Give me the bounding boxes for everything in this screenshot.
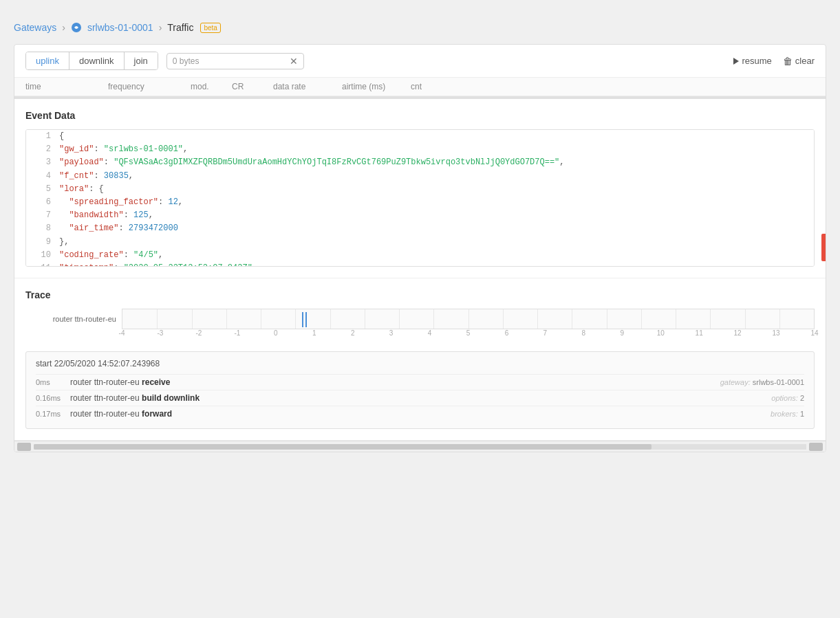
axis-tick: 5 — [466, 329, 471, 337]
toolbar: uplink downlink join 0 bytes ✕ resume 🗑 … — [14, 45, 826, 78]
trace-row: router ttn-router-eu — [25, 309, 815, 329]
tab-uplink[interactable]: uplink — [26, 52, 69, 69]
axis-tick: 3 — [389, 329, 394, 337]
trace-chart: router ttn-router-eu — [25, 309, 815, 343]
tab-join[interactable]: join — [125, 52, 158, 69]
trace-event-0: 0ms router ttn-router-eu receive gateway… — [36, 374, 804, 390]
grid-line — [261, 309, 261, 329]
trace-time-2: 0.17ms — [36, 410, 70, 418]
scroll-thumb-right[interactable] — [809, 443, 823, 451]
gateway-icon — [71, 22, 82, 33]
content-scroll[interactable]: Event Data 1 { 2 "gw_id": "srlwbs-01-000… — [14, 96, 826, 441]
trace-desc-1: router ttn-router-eu build downlink — [70, 393, 667, 403]
col-time: time — [25, 82, 108, 91]
code-line: 3 "payload": "QFsVASaAc3gDIMXZFQRBDm5Umd… — [26, 156, 814, 169]
col-frequency: frequency — [108, 82, 191, 91]
scroll-thumb-left[interactable] — [17, 443, 31, 451]
axis-tick: -4 — [119, 329, 125, 337]
axis-tick: -3 — [157, 329, 163, 337]
grid-line — [330, 309, 331, 329]
trace-time-0: 0ms — [36, 378, 70, 386]
axis-tick: -2 — [195, 329, 202, 337]
filter-close-icon[interactable]: ✕ — [290, 56, 298, 66]
trace-meta-0: gateway: srlwbs-01-0001 — [667, 378, 804, 386]
trace-bar-area — [122, 309, 815, 329]
trace-meta-1: options: 2 — [667, 394, 804, 402]
grid-line — [572, 309, 572, 329]
clear-label: clear — [795, 56, 815, 66]
grid-line — [537, 309, 538, 329]
trace-marker-1 — [302, 312, 303, 327]
trace-desc-2: router ttn-router-eu forward — [70, 409, 667, 419]
col-data-rate: data rate — [273, 82, 342, 91]
event-data-title: Event Data — [25, 110, 815, 121]
grid-line — [433, 309, 434, 329]
grid-line — [365, 309, 365, 329]
axis-tick: 14 — [810, 329, 818, 337]
bottom-scrollbar[interactable] — [14, 441, 826, 452]
axis-tick: 0 — [274, 329, 278, 337]
code-line: 7 "bandwidth": 125, — [26, 209, 814, 222]
code-block[interactable]: 1 { 2 "gw_id": "srlwbs-01-0001", 3 "payl… — [25, 129, 815, 267]
grid-line — [469, 309, 469, 329]
filter-box[interactable]: 0 bytes ✕ — [166, 53, 304, 69]
scroll-track[interactable] — [34, 444, 806, 450]
code-line: 9 }, — [26, 236, 814, 249]
resume-icon — [733, 58, 739, 65]
axis-tick: 6 — [505, 329, 509, 337]
code-line: 8 "air_time": 2793472000 — [26, 222, 814, 235]
scroll-indicator — [821, 234, 826, 261]
grid-line — [192, 309, 193, 329]
axis-tick: 2 — [351, 329, 355, 337]
axis-tick: 11 — [696, 329, 703, 337]
trace-start: start 22/05/2020 14:52:07.243968 — [36, 359, 804, 368]
axis-tick: 10 — [657, 329, 665, 337]
filter-text: 0 bytes — [173, 56, 284, 66]
breadcrumb-gateway-id[interactable]: srlwbs-01-0001 — [87, 22, 153, 33]
resume-label: resume — [742, 56, 771, 66]
trace-meta-2: brokers: 1 — [667, 410, 804, 418]
grid-line — [779, 309, 780, 329]
toolbar-actions: resume 🗑 clear — [733, 56, 815, 67]
grid-line — [607, 309, 607, 329]
axis-tick: 8 — [582, 329, 586, 337]
grid-line — [710, 309, 711, 329]
tab-group: uplink downlink join — [25, 52, 158, 70]
scroll-thumb[interactable] — [34, 444, 651, 450]
trace-marker-2 — [305, 312, 307, 327]
axis-tick: 4 — [428, 329, 432, 337]
breadcrumb: Gateways › srlwbs-01-0001 › Traffic beta — [14, 14, 826, 44]
col-cnt: cnt — [411, 82, 815, 91]
tab-downlink[interactable]: downlink — [69, 52, 125, 69]
beta-badge: beta — [200, 23, 220, 33]
breadcrumb-sep-2: › — [159, 22, 162, 33]
axis-tick: 7 — [543, 329, 548, 337]
col-mod: mod. — [191, 82, 232, 91]
grid-line — [641, 309, 642, 329]
grid-line — [295, 309, 296, 329]
code-line: 4 "f_cnt": 30835, — [26, 170, 814, 183]
code-line: 10 "coding_rate": "4/5", — [26, 249, 814, 262]
grid-line — [157, 309, 158, 329]
main-panel: uplink downlink join 0 bytes ✕ resume 🗑 … — [14, 44, 826, 452]
trace-router-label: router ttn-router-eu — [25, 315, 122, 323]
breadcrumb-gateways[interactable]: Gateways — [14, 22, 56, 33]
resume-button[interactable]: resume — [733, 56, 771, 66]
clear-button[interactable]: 🗑 clear — [783, 56, 815, 67]
breadcrumb-sep-1: › — [62, 22, 65, 33]
code-line: 5 "lora": { — [26, 183, 814, 196]
col-cr: CR — [232, 82, 273, 91]
trace-event-2: 0.17ms router ttn-router-eu forward brok… — [36, 406, 804, 421]
trace-info: start 22/05/2020 14:52:07.243968 0ms rou… — [25, 351, 815, 429]
code-line: 6 "spreading_factor": 12, — [26, 196, 814, 209]
grid-line — [676, 309, 676, 329]
axis-tick: 1 — [312, 329, 316, 337]
trace-section: Trace router ttn-router-eu — [14, 278, 826, 441]
trace-title: Trace — [25, 289, 815, 300]
code-line: 2 "gw_id": "srlwbs-01-0001", — [26, 143, 814, 156]
code-line: 1 { — [26, 130, 814, 143]
trace-event-1: 0.16ms router ttn-router-eu build downli… — [36, 390, 804, 406]
grid-line — [226, 309, 227, 329]
code-line: 11 "timestamp": "2020-05-22T13:52:07.843… — [26, 262, 814, 267]
axis-tick: 9 — [620, 329, 624, 337]
